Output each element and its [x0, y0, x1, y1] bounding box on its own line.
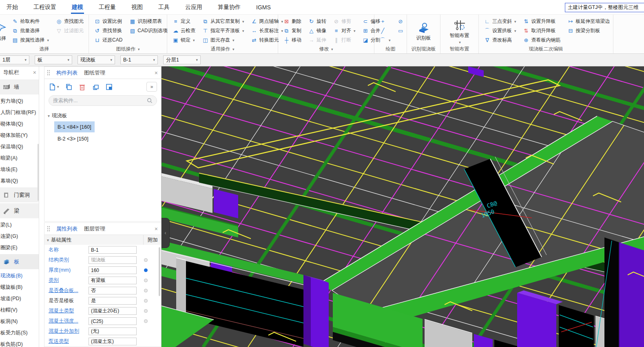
menu-view[interactable]: 视图 — [131, 1, 144, 14]
delete-button[interactable]: ⊠删除 — [282, 17, 302, 26]
arc-tool-button[interactable]: ⌒▾ — [378, 35, 392, 45]
group-label-drawing-ops[interactable]: 图纸操作 ▾ — [89, 46, 167, 53]
delete-component-button[interactable] — [78, 83, 86, 91]
identify-floor-table-button[interactable]: ▦识别楼层表 — [128, 17, 168, 26]
more-tools-button[interactable]: » — [146, 82, 157, 92]
property-value-concrete-type[interactable] — [89, 307, 137, 315]
close-icon[interactable]: × — [33, 69, 36, 76]
nav-item-ring-beam[interactable]: 圈梁(E) — [0, 242, 39, 253]
floor-select[interactable]: 1层▾ — [0, 55, 29, 64]
smart-layout-big-button[interactable]: 智能布置 ▾ — [449, 17, 471, 47]
property-value-admixture[interactable] — [89, 327, 137, 335]
nav-item-cast-slab[interactable]: 现浇板(B) — [0, 270, 39, 281]
find-element-button[interactable]: ◎查找图元 — [55, 17, 84, 26]
attach-radio[interactable] — [144, 309, 148, 313]
menu-tools[interactable]: 工具 — [157, 1, 170, 14]
tab-component-list[interactable]: 构件列表 — [56, 69, 77, 77]
property-value-is-floor[interactable] — [89, 297, 137, 305]
property-value-pumping-type[interactable] — [89, 338, 137, 345]
group-label-modify[interactable]: 修改 ▾ — [278, 46, 374, 53]
move-button[interactable]: ┼移动 — [282, 35, 302, 45]
category-select[interactable]: 板▾ — [35, 55, 72, 64]
nav-group-door-window[interactable]: 门窗洞 — [0, 187, 39, 202]
attach-radio[interactable] — [144, 319, 148, 323]
copy-component-button[interactable] — [65, 83, 73, 91]
nav-item-blast-door-wall[interactable]: 人防门框墙(RF) — [0, 107, 39, 118]
nav-item-wall-pier[interactable]: 墙垛(E) — [0, 164, 39, 175]
align-top-slab-button[interactable]: ⊤指定平齐顶板▾ — [201, 26, 245, 35]
close-icon[interactable]: × — [155, 226, 158, 232]
type-select[interactable]: 现浇板▾ — [77, 55, 115, 64]
nav-item-masonry-reinforcement[interactable]: 砌体加筋(Y) — [0, 130, 39, 141]
nav-item-slab-negative-rebar[interactable]: 板负筋(D) — [0, 338, 39, 347]
menu-quantities[interactable]: 工程量 — [98, 1, 117, 14]
line-tool-button[interactable]: ╱ — [378, 26, 392, 35]
nav-item-masonry-wall[interactable]: 砌体墙(Q) — [0, 118, 39, 130]
point-tool-button[interactable]: + — [378, 17, 392, 26]
property-value-name[interactable] — [89, 246, 137, 254]
nav-item-ramp[interactable]: 坡道(PD) — [0, 293, 39, 304]
set-scale-button[interactable]: ⊡设置比例 — [93, 17, 123, 26]
property-value-concrete-strength[interactable] — [89, 317, 137, 325]
menu-igms[interactable]: IGMS — [255, 1, 272, 13]
property-value-category[interactable] — [89, 277, 137, 284]
close-icon[interactable]: × — [155, 70, 158, 76]
nav-group-slab[interactable]: 板 — [0, 254, 39, 269]
attach-radio[interactable] — [144, 299, 148, 303]
save-component-button[interactable] — [105, 83, 113, 91]
attach-radio-on[interactable] — [144, 268, 148, 272]
menu-start[interactable]: 开始 — [6, 1, 19, 14]
view-slab-rebar-button[interactable]: ⊕查看板内钢筋 — [522, 35, 562, 45]
set-raised-slab-button[interactable]: ⇅设置升降板 — [522, 17, 562, 26]
find-replace-button[interactable]: ↺查找替换 — [93, 26, 123, 35]
restore-cad-button[interactable]: ⊔还原CAD — [93, 35, 123, 45]
attach-radio[interactable] — [144, 279, 148, 282]
tree-group-cast-slab[interactable]: ▾ 现浇板 — [48, 111, 161, 121]
nav-group-beam[interactable]: 梁 — [0, 203, 39, 218]
drag-handle-icon[interactable] — [47, 226, 50, 232]
viewport-3d[interactable]: C8@ 1050 — [162, 66, 644, 347]
attach-radio[interactable] — [144, 258, 148, 262]
menu-modeling[interactable]: 建模 — [71, 1, 84, 14]
copy-button[interactable]: ⧉复制 — [282, 26, 302, 35]
rotate-button[interactable]: ↻旋转 — [307, 17, 327, 26]
select-by-attribute-button[interactable]: ▤按属性选择▾ — [11, 35, 50, 45]
copy-from-other-layer-button[interactable]: ⧉从其它层复制▾ — [201, 17, 245, 26]
group-label-general-ops[interactable]: 通用操作 ▾ — [167, 46, 278, 53]
arch-slab-button[interactable]: ⌒设置拱板▾ — [483, 26, 517, 35]
lock-button[interactable]: ▣锁定▾ — [171, 35, 196, 45]
nav-item-shear-wall[interactable]: 剪力墙(Q) — [0, 95, 39, 107]
property-value-structure-type[interactable] — [89, 256, 137, 264]
save-element-button[interactable]: ◫图元存盘▾ — [201, 35, 245, 45]
new-component-button[interactable]: ▾ — [49, 83, 59, 91]
navigator-scrollbar[interactable] — [38, 144, 39, 201]
attach-radio[interactable] — [144, 289, 148, 292]
nav-item-column-cap[interactable]: 柱帽(V) — [0, 304, 39, 316]
nav-item-coupling-beam[interactable]: 连梁(G) — [0, 231, 39, 242]
nav-item-hidden-beam[interactable]: 暗梁(A) — [0, 152, 39, 164]
component-select[interactable]: B-1▾ — [120, 55, 158, 64]
mirror-button[interactable]: △镜像 — [307, 26, 327, 35]
nav-item-slab-hole[interactable]: 板洞(N) — [0, 316, 39, 327]
layer-copy-button[interactable] — [92, 83, 100, 91]
drag-handle-icon[interactable] — [47, 70, 50, 76]
nav-group-wall[interactable]: 墙 — [0, 79, 39, 94]
cloud-check-button[interactable]: ☁云检查 — [171, 26, 196, 35]
menu-collaboration[interactable]: 算量协作 — [217, 1, 241, 14]
property-value-thickness[interactable] — [89, 266, 137, 274]
tab-drawing-management[interactable]: 图纸管理 — [84, 69, 105, 77]
tree-item-b1[interactable]: B-1 <84> [160] — [54, 121, 95, 132]
define-button[interactable]: ≡定义 — [171, 17, 196, 26]
three-point-slope-button[interactable]: ∟三点变斜▾ — [483, 17, 517, 26]
nav-item-insulation-wall[interactable]: 保温墙(Q) — [0, 141, 39, 152]
tab-layer-management[interactable]: 图层管理 — [84, 225, 105, 233]
search-input[interactable] — [53, 98, 144, 103]
nav-item-beam[interactable]: 梁(L) — [0, 219, 39, 231]
menu-project-settings[interactable]: 工程设置 — [33, 1, 57, 14]
property-section-header[interactable]: ▾ 基础属性 附加 — [44, 235, 161, 245]
cad-identify-options-button[interactable]: ▧CAD识别选项 — [128, 26, 168, 35]
nav-item-slab-main-rebar[interactable]: 板受力筋(S) — [0, 327, 39, 338]
panel-collapse-button[interactable]: ‹ — [162, 218, 170, 248]
split-slab-by-beam-button[interactable]: ⊟按梁分割板 — [567, 26, 611, 35]
extend-slab-to-wall-button[interactable]: ↦板延伸至墙梁边 — [567, 17, 611, 26]
